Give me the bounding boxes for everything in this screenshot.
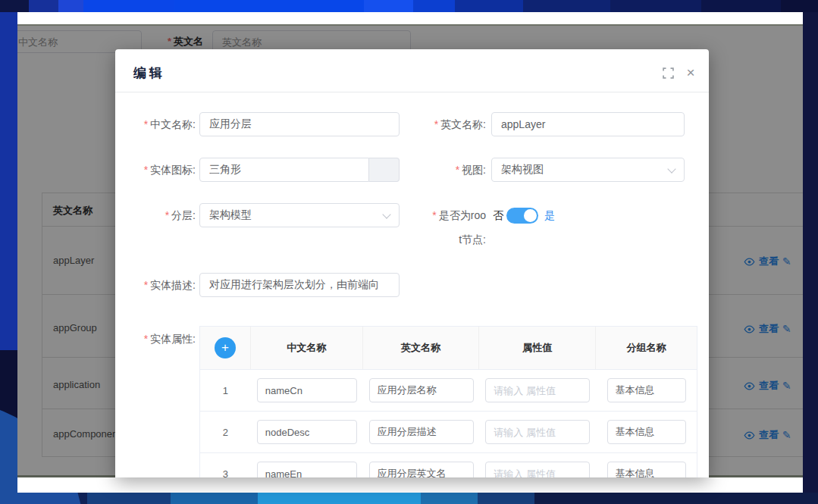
- required-asterisk: *: [432, 209, 436, 221]
- required-asterisk: *: [144, 118, 148, 130]
- entity-icon-preview[interactable]: [369, 158, 400, 182]
- name-en-input[interactable]: [491, 112, 685, 136]
- required-asterisk: *: [165, 209, 169, 221]
- view-select[interactable]: [491, 158, 685, 182]
- desktop-accent-bottom: [0, 493, 818, 504]
- is-root-label-line2: t节点:: [406, 227, 486, 252]
- attribute-row: 3: [200, 453, 697, 477]
- entity-icon-label: *实体图标:: [115, 158, 196, 182]
- attr-value-input[interactable]: [485, 378, 590, 402]
- view-label: *视图:: [406, 158, 486, 182]
- attr-value-input[interactable]: [485, 462, 590, 477]
- row-index: 1: [200, 370, 251, 411]
- entity-attrs-label: *实体属性:: [115, 327, 196, 351]
- entity-desc-label: *实体描述:: [115, 273, 196, 297]
- dialog-header-divider: [115, 92, 709, 92]
- attribute-row: 2: [200, 412, 697, 453]
- name-cn-label: *中文名称:: [115, 112, 196, 136]
- required-asterisk: *: [456, 164, 459, 176]
- attr-group-input[interactable]: [607, 462, 686, 477]
- attribute-table-header: + 中文名称 英文名称 属性值 分组名称: [200, 327, 697, 370]
- name-cn-input[interactable]: [199, 112, 400, 136]
- dialog-title: 编辑: [133, 64, 165, 82]
- fullscreen-icon[interactable]: [661, 67, 675, 81]
- attr-name-en-input[interactable]: [369, 462, 474, 477]
- toggle-knob: [524, 209, 537, 222]
- app-window: *英文名 英文名称 appLayer appGroup application …: [17, 12, 803, 493]
- col-header-name-en: 英文名称: [363, 327, 480, 369]
- attr-name-cn-input[interactable]: [257, 378, 357, 402]
- row-index: 2: [200, 412, 251, 452]
- entity-icon-input[interactable]: [199, 158, 369, 182]
- name-en-label: *英文名称:: [406, 112, 486, 136]
- toggle-off-text: 否: [493, 203, 503, 227]
- required-asterisk: *: [144, 333, 148, 345]
- col-header-group-name: 分组名称: [596, 327, 697, 369]
- add-attribute-button[interactable]: +: [215, 337, 236, 358]
- edit-dialog: 编辑 × *中文名称: *英文名称: *实体图标: *视图: [115, 49, 709, 477]
- required-asterisk: *: [434, 118, 438, 130]
- col-header-attr-value: 属性值: [479, 327, 596, 369]
- attr-group-input[interactable]: [607, 378, 686, 402]
- is-root-label-line1: *是否为roo: [406, 203, 486, 227]
- row-index: 3: [200, 453, 251, 477]
- close-icon[interactable]: ×: [682, 63, 699, 83]
- attr-name-en-input[interactable]: [369, 378, 474, 402]
- desktop-accent-top: [0, 0, 818, 12]
- required-asterisk: *: [144, 279, 148, 291]
- attr-group-input[interactable]: [607, 420, 686, 444]
- attr-name-cn-input[interactable]: [257, 462, 357, 477]
- layer-label: *分层:: [115, 203, 196, 227]
- desktop-accent-right: [803, 12, 818, 493]
- attr-value-input[interactable]: [485, 420, 590, 444]
- attr-name-en-input[interactable]: [369, 420, 474, 444]
- attr-name-cn-input[interactable]: [257, 420, 357, 444]
- col-header-name-cn: 中文名称: [251, 327, 363, 369]
- entity-desc-input[interactable]: [199, 273, 400, 297]
- required-asterisk: *: [144, 164, 148, 176]
- root-toggle[interactable]: [506, 208, 538, 224]
- toggle-on-text: 是: [544, 203, 555, 227]
- attribute-table: + 中文名称 英文名称 属性值 分组名称 1 2: [199, 326, 697, 477]
- layer-select[interactable]: [199, 203, 400, 227]
- attribute-row: 1: [200, 370, 697, 412]
